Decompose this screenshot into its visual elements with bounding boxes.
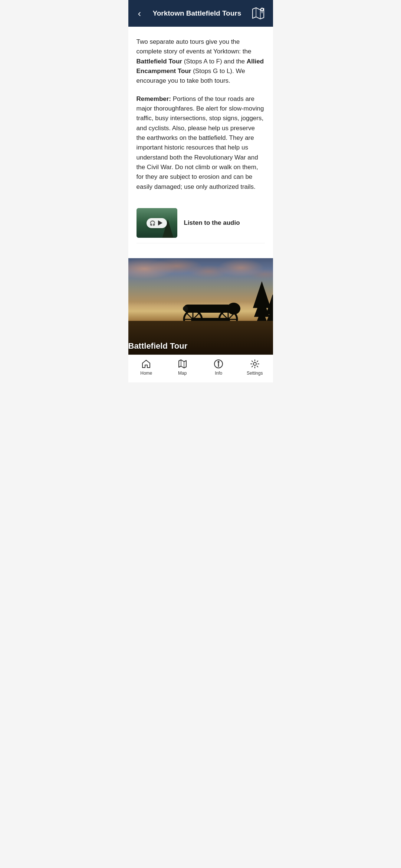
nav-item-info[interactable]: Info [206,359,231,376]
svg-rect-18 [192,318,229,321]
map-pin-icon [251,6,265,20]
headphone-icon: 🎧 [149,220,155,226]
nav-label-map: Map [178,371,187,376]
nav-label-home: Home [140,371,152,376]
audio-play-overlay: 🎧 [137,208,177,238]
settings-icon [250,359,260,369]
page-title: Yorktown Battlefield Tours [144,9,250,17]
intro-paragraph: Two separate auto tours give you the com… [137,37,265,86]
cannon-svg [176,293,258,331]
nav-label-info: Info [215,371,222,376]
nav-item-settings[interactable]: Settings [242,359,268,376]
remember-paragraph: Remember: Portions of the tour roads are… [137,94,265,192]
audio-thumbnail: 🎧 [137,208,177,238]
remember-label: Remember: [137,95,171,102]
home-icon [141,359,151,369]
bottom-navigation: Home Map Info Settings [128,355,273,382]
svg-point-19 [183,306,188,311]
audio-play-button[interactable]: 🎧 [147,218,167,228]
intro-text-between: (Stops A to F) and the [182,58,247,65]
remember-text: Portions of the tour roads are major tho… [137,95,264,190]
info-icon [213,359,224,369]
svg-point-25 [218,361,219,362]
intro-text-before: Two separate auto tours give you the com… [137,38,252,55]
battlefield-tour-label: Battlefield Tour [128,341,188,351]
play-triangle-icon [158,220,162,226]
main-content: Two separate auto tours give you the com… [128,27,273,258]
battlefield-image: Battlefield Tour [128,258,273,355]
audio-label: Listen to the audio [184,219,240,227]
map-icon-button[interactable] [250,5,266,22]
svg-point-3 [261,9,263,10]
intro-bold1: Battlefield Tour [137,58,182,65]
svg-point-26 [253,362,256,365]
cannon-scene [128,258,273,355]
nav-label-settings: Settings [247,371,263,376]
audio-card[interactable]: 🎧 Listen to the audio [137,203,265,243]
svg-marker-20 [179,360,186,368]
nav-item-home[interactable]: Home [133,359,159,376]
map-nav-icon [177,359,188,369]
back-button[interactable]: ‹ [135,6,144,21]
app-header: ‹ Yorktown Battlefield Tours [128,0,273,27]
nav-item-map[interactable]: Map [170,359,195,376]
